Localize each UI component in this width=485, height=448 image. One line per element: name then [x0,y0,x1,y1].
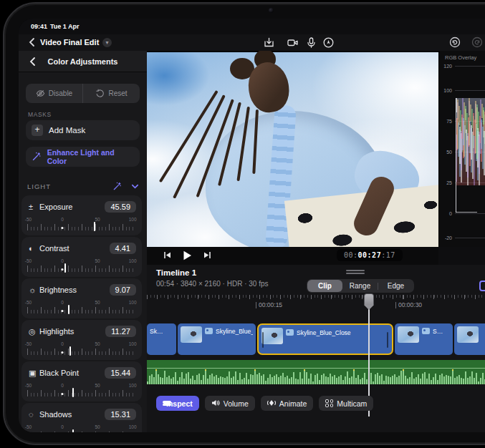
slider-head: ☼ Brightness 9.07 [29,283,136,296]
timeline-clip[interactable]: Sk… [147,323,176,355]
date: Tue 1 Apr [50,23,80,30]
tick-label: -50 [25,383,32,388]
slider-ruler[interactable]: -50050100 [27,300,136,316]
tick-label: -50 [25,217,32,222]
slider-head: ◎ Highlights 11.27 [29,325,136,338]
mode-edge[interactable]: Edge [378,280,413,292]
ruler-timecode-label: 00:00:15 [259,301,282,308]
slider-highlights[interactable]: ◎ Highlights 11.27 -50050100 [21,320,142,360]
animate-button[interactable]: Animate [261,396,314,411]
timeline-clip[interactable]: Skyline_Blue_Close [257,323,393,355]
status-bar: 09:41 Tue 1 Apr [19,19,485,34]
tick-label: 50 [95,217,100,222]
redo-icon[interactable] [471,36,483,48]
slider-value[interactable]: 15.44 [105,367,136,379]
slider-head: ▣ Black Point 15.44 [29,366,136,379]
slider-name: Shadows [39,410,105,419]
tick-label: 50 [95,300,100,305]
scope-axis-label: 100 [440,88,452,93]
slider-value[interactable]: 45.59 [105,201,136,213]
slider-head: ◌ Shadows 15.31 [29,408,136,421]
project-title[interactable]: Video Final Edit [40,38,99,47]
volume-button[interactable]: Volume [205,396,255,411]
clip-label: S… [433,328,443,335]
slider-marker[interactable] [72,388,74,397]
collapse-chevron-icon[interactable] [130,182,140,191]
mode-clip[interactable]: Clip [307,280,342,292]
timeline-clip[interactable]: Skyline_Blue_Wide [178,323,256,355]
mode-range[interactable]: Range [342,280,378,292]
video-preview[interactable] [147,51,438,247]
slider-origin-dot [62,227,64,229]
slider-shadows[interactable]: ◌ Shadows 15.31 -50050100 [21,403,142,432]
disable-button[interactable]: Disable [26,84,82,103]
plus-icon: + [32,125,43,136]
add-mask-button[interactable]: + Add Mask [26,120,140,140]
clip-thumbnail [398,326,419,343]
camera-icon[interactable] [287,36,299,49]
timeline-clip[interactable]: S… [395,323,453,355]
slider-ruler[interactable]: -50050100 [27,258,136,274]
tick-label: -50 [25,424,32,429]
audio-track[interactable] [147,360,485,384]
inspect-button[interactable]: Inspect [156,396,199,411]
skip-to-end-icon[interactable] [203,250,212,260]
timeline-title: Timeline 1 [156,268,196,277]
clip-track: Sk…Skyline_Blue_WideSkyline_Blue_CloseS… [147,323,485,355]
timeline-ruler[interactable]: 00:00:1500:00:30 [147,295,485,315]
slider-value[interactable]: 4.41 [110,243,136,254]
slider-contrast[interactable]: ◐ Contrast 4.41 -50050100 [21,237,142,277]
tick-label: 50 [95,258,100,263]
cutoff-blue-button[interactable] [479,281,485,291]
slider-name: Black Point [39,369,105,377]
slider-ruler[interactable]: -50050100 [27,217,136,233]
slider-marker[interactable] [69,346,71,356]
back-icon[interactable] [27,37,37,47]
tick-label: 100 [129,300,137,305]
trim-handle-left[interactable] [262,332,264,348]
slider-marker[interactable] [72,429,74,432]
timeline-clip[interactable] [454,323,485,355]
screen: 09:41 Tue 1 Apr Video Final Edit ▾ [19,19,485,432]
multicam-button[interactable]: Multicam [319,396,373,411]
slider-ruler[interactable]: -50050100 [27,383,136,399]
slider-head: ± Exposure 45.59 [29,200,136,213]
slider-value[interactable]: 15.31 [105,409,136,420]
trim-handle-right[interactable] [387,332,388,348]
clip-thumbnail [261,328,283,344]
slider-value[interactable]: 9.07 [110,284,136,296]
slider-name: Brightness [39,286,110,294]
slider-marker[interactable] [64,263,66,273]
auto-enhance-icon[interactable] [112,182,122,191]
chevron-down-icon[interactable]: ▾ [102,38,112,47]
slider-ruler[interactable]: -50050100 [27,341,136,357]
magic-wand-icon [32,152,42,162]
speaker-icon [211,399,220,409]
undo-icon[interactable] [449,36,461,48]
eye-off-icon [36,89,45,98]
panel-drag-handle[interactable] [346,270,365,276]
brightness-icon: ☼ [29,286,39,294]
tick-label: -50 [25,258,32,263]
play-button-icon[interactable] [181,250,193,261]
timecode-display[interactable]: 00:00:27:17 [337,249,403,261]
slider-exposure[interactable]: ± Exposure 45.59 -50050100 [21,195,142,235]
slider-brightness[interactable]: ☼ Brightness 9.07 -50050100 [21,278,142,318]
slider-marker[interactable] [94,222,95,231]
slider-value[interactable]: 11.27 [105,326,136,337]
slider-origin-dot [62,310,64,312]
scope-axis-label: 75 [440,119,452,124]
pencil-annotate-icon[interactable] [322,36,335,49]
microphone-icon[interactable] [305,36,317,49]
skip-to-start-icon[interactable] [163,250,172,260]
import-icon[interactable] [263,36,275,49]
page-background: 09:41 Tue 1 Apr Video Final Edit ▾ [0,0,485,448]
enhance-light-color-button[interactable]: Enhance Light and Color [26,147,140,167]
timecode-hours: 00: [344,251,358,259]
slider-ruler[interactable]: -50050100 [27,424,136,432]
reset-button[interactable]: Reset [82,84,140,103]
playhead-handle[interactable] [364,293,374,305]
slider-black-point[interactable]: ▣ Black Point 15.44 -50050100 [21,361,142,401]
shadows-icon: ◌ [29,410,39,419]
slider-marker[interactable] [68,305,69,314]
